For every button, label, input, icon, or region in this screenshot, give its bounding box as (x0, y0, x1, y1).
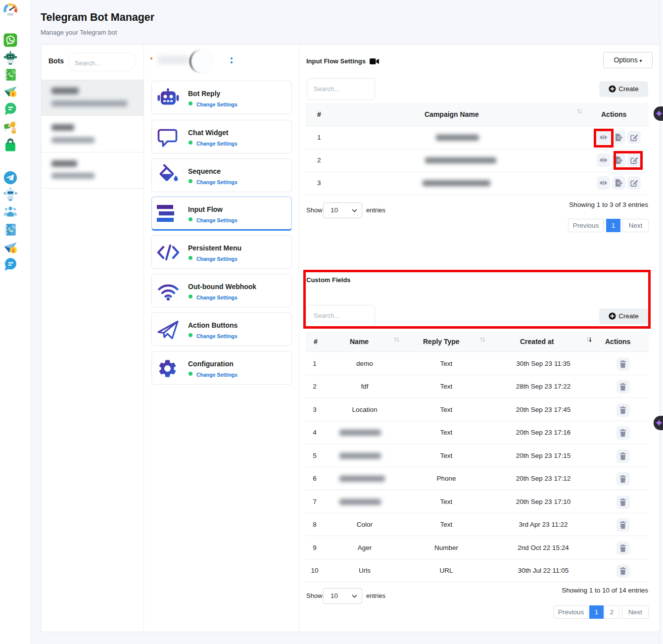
svg-text:1: 1 (12, 91, 15, 97)
svg-text:1: 1 (12, 248, 15, 253)
